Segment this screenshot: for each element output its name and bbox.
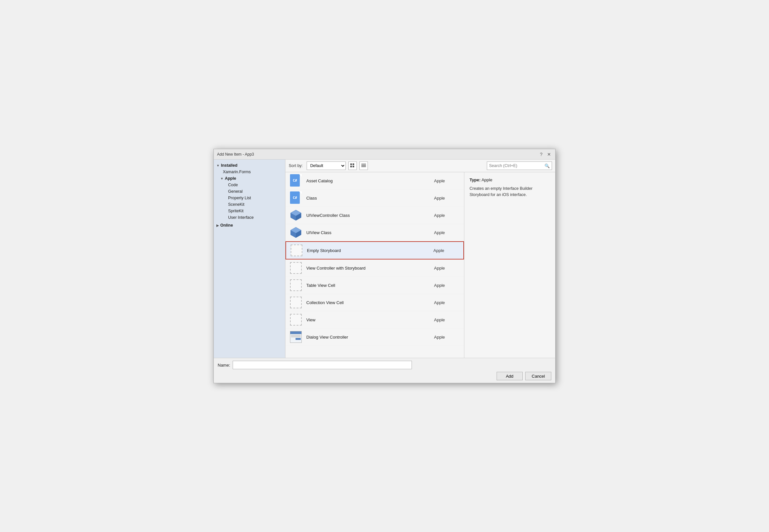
sort-select[interactable]: Default (307, 161, 346, 170)
svg-rect-4 (361, 164, 366, 164)
name-row: Name: (218, 361, 551, 369)
cancel-button[interactable]: Cancel (525, 372, 551, 380)
sidebar-item-spritekit[interactable]: SpriteKit (214, 208, 285, 214)
item-row-collection-view-cell[interactable]: Collection View CellApple (286, 294, 464, 311)
item-name-uiview-class: UIView Class (306, 230, 434, 235)
sidebar-item-user-interface[interactable]: User Interface (214, 214, 285, 221)
add-button[interactable]: Add (496, 372, 523, 380)
svg-rect-3 (353, 166, 354, 167)
svg-rect-5 (361, 165, 366, 166)
name-label: Name: (218, 363, 230, 368)
name-input[interactable] (233, 361, 412, 369)
sidebar-item-code[interactable]: Code (214, 182, 285, 188)
svg-rect-2 (350, 166, 352, 167)
help-button[interactable]: ? (538, 151, 544, 157)
toolbar: Sort by: Default (286, 160, 555, 172)
list-view-button[interactable] (359, 161, 368, 170)
search-input[interactable] (489, 163, 544, 168)
bottom-bar: Name: Add Cancel (214, 358, 555, 383)
item-name-dialog-view-controller: Dialog View Controller (306, 335, 434, 340)
item-icon-dialog-view-controller (289, 330, 302, 343)
item-icon-table-view-cell (289, 279, 302, 292)
item-row-view[interactable]: ViewApple (286, 311, 464, 329)
item-row-table-view-cell[interactable]: Table View CellApple (286, 277, 464, 294)
list-icon (361, 164, 366, 168)
item-row-uiviewcontroller-class[interactable]: UIViewController ClassApple (286, 207, 464, 224)
online-label: Online (220, 223, 233, 228)
search-button[interactable]: 🔍 (544, 163, 550, 168)
installed-section: ▼ Installed Xamarin.Forms ▼ Apple CodeGe… (214, 162, 285, 221)
info-type-value: Apple (482, 177, 492, 182)
apple-label: Apple (225, 176, 236, 181)
item-category-table-view-cell: Apple (434, 283, 460, 288)
item-icon-asset-catalog: C# (289, 174, 302, 187)
item-name-uiviewcontroller-class: UIViewController Class (306, 213, 434, 218)
item-name-asset-catalog: Asset Catalog (306, 178, 434, 183)
item-row-dialog-view-controller[interactable]: Dialog View ControllerApple (286, 329, 464, 346)
item-name-class: Class (306, 196, 434, 201)
item-name-table-view-cell: Table View Cell (306, 283, 434, 288)
installed-label: Installed (221, 163, 238, 168)
title-bar-buttons: ? ✕ (538, 151, 552, 157)
dialog-body: ▼ Installed Xamarin.Forms ▼ Apple CodeGe… (214, 160, 555, 358)
item-category-view-controller-with-storyboard: Apple (434, 266, 460, 271)
sort-label: Sort by: (289, 163, 303, 168)
search-box: 🔍 (487, 161, 552, 170)
grid-icon (350, 163, 355, 168)
apple-triangle: ▼ (220, 177, 224, 180)
info-type-label: Type: (469, 177, 481, 182)
info-type: Type: Apple (469, 177, 550, 182)
item-name-collection-view-cell: Collection View Cell (306, 300, 434, 305)
sidebar-item-general[interactable]: General (214, 188, 285, 195)
info-panel: Type: Apple Creates an empty Interface B… (464, 172, 555, 358)
item-icon-view (289, 313, 302, 326)
item-icon-view-controller-with-storyboard (289, 261, 302, 274)
online-triangle: ▶ (217, 224, 219, 227)
buttons-row: Add Cancel (218, 372, 551, 380)
item-icon-uiviewcontroller-class (289, 209, 302, 222)
title-bar: Add New Item - App3 ? ✕ (214, 149, 555, 160)
item-icon-class: C# (289, 191, 302, 204)
item-icon-empty-storyboard (290, 244, 303, 257)
svg-rect-0 (350, 163, 352, 165)
sidebar: ▼ Installed Xamarin.Forms ▼ Apple CodeGe… (214, 160, 286, 358)
sidebar-item-property-list[interactable]: Property List (214, 195, 285, 201)
item-row-uiview-class[interactable]: UIView ClassApple (286, 224, 464, 241)
svg-rect-1 (353, 163, 354, 165)
grid-view-button[interactable] (348, 161, 357, 170)
sidebar-item-scenekit[interactable]: SceneKit (214, 201, 285, 208)
installed-triangle: ▼ (217, 164, 220, 167)
item-row-empty-storyboard[interactable]: Empty StoryboardApple (286, 241, 464, 259)
main-panel: Sort by: Default (286, 160, 555, 358)
item-row-class[interactable]: C# ClassApple (286, 189, 464, 207)
add-new-item-dialog: Add New Item - App3 ? ✕ ▼ Installed Xama… (214, 149, 555, 383)
apple-header[interactable]: ▼ Apple (214, 175, 285, 182)
sidebar-item-xamarin-forms[interactable]: Xamarin.Forms (214, 169, 285, 175)
item-icon-collection-view-cell (289, 296, 302, 309)
close-button[interactable]: ✕ (546, 151, 552, 157)
item-category-dialog-view-controller: Apple (434, 335, 460, 340)
online-header[interactable]: ▶ Online (214, 222, 285, 229)
online-section: ▶ Online (214, 222, 285, 229)
item-name-empty-storyboard: Empty Storyboard (307, 248, 433, 253)
item-category-uiview-class: Apple (434, 230, 460, 235)
content-area: C# Asset CatalogApple C# ClassApple UIVi… (286, 172, 555, 358)
installed-header[interactable]: ▼ Installed (214, 162, 285, 169)
apple-children: CodeGeneralProperty ListSceneKitSpriteKi… (214, 182, 285, 221)
item-category-view: Apple (434, 317, 460, 322)
item-icon-uiview-class (289, 226, 302, 239)
item-category-collection-view-cell: Apple (434, 300, 460, 305)
info-description: Creates an empty Interface Builder Story… (469, 186, 550, 198)
items-list: C# Asset CatalogApple C# ClassApple UIVi… (286, 172, 464, 358)
item-category-empty-storyboard: Apple (433, 248, 459, 253)
item-category-asset-catalog: Apple (434, 178, 460, 183)
item-row-asset-catalog[interactable]: C# Asset CatalogApple (286, 172, 464, 189)
item-name-view-controller-with-storyboard: View Controller with Storyboard (306, 266, 434, 271)
item-row-view-controller-with-storyboard[interactable]: View Controller with StoryboardApple (286, 259, 464, 277)
svg-rect-6 (361, 166, 366, 167)
item-category-class: Apple (434, 196, 460, 201)
dialog-title: Add New Item - App3 (217, 152, 254, 157)
item-category-uiviewcontroller-class: Apple (434, 213, 460, 218)
item-name-view: View (306, 317, 434, 322)
